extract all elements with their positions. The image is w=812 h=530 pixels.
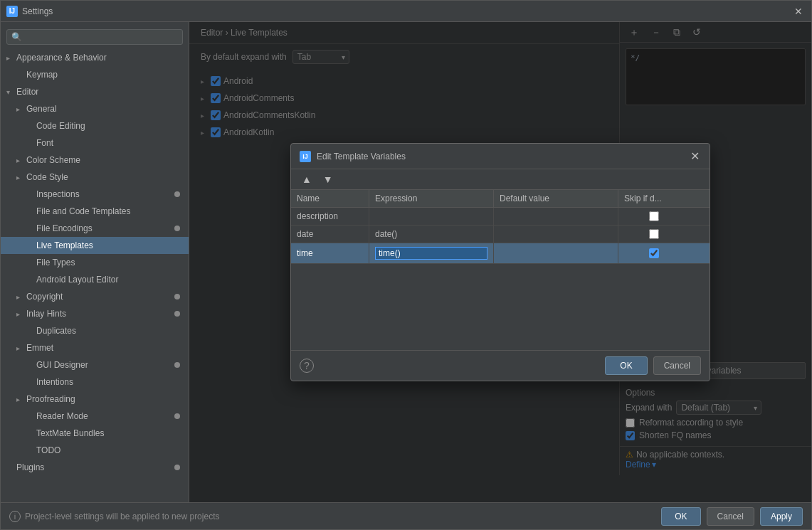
badge <box>172 223 183 234</box>
sidebar-item-android-layout-editor[interactable]: Android Layout Editor <box>1 271 189 288</box>
sidebar-item-label: Plugins <box>16 462 44 472</box>
sidebar-item-label: Live Templates <box>36 240 93 250</box>
arrow-icon: ▾ <box>6 88 16 96</box>
sidebar-item-file-types[interactable]: File Types <box>1 254 189 271</box>
col-name: Name <box>291 190 369 207</box>
sidebar-item-label: File and Code Templates <box>36 206 131 216</box>
arrow-icon: ▸ <box>16 310 26 318</box>
sidebar-item-label: Color Scheme <box>26 155 80 165</box>
main-panel: Editor › Live Templates Reset By default… <box>189 22 811 502</box>
expression-input[interactable] <box>375 247 487 260</box>
sidebar: 🔍 ▸ Appearance & Behavior Keymap ▾ Edito… <box>1 22 189 502</box>
sidebar-item-emmet[interactable]: ▸ Emmet <box>1 339 189 356</box>
cell-expression: date() <box>369 226 494 243</box>
close-button[interactable]: ✕ <box>791 6 806 17</box>
sidebar-item-file-code-templates[interactable]: File and Code Templates <box>1 203 189 220</box>
sidebar-item-gui-designer[interactable]: GUI Designer <box>1 356 189 373</box>
modal-toolbar: ▲ ▼ <box>291 169 710 190</box>
sidebar-item-duplicates[interactable]: Duplicates <box>1 322 189 339</box>
sidebar-item-appearance[interactable]: ▸ Appearance & Behavior <box>1 49 189 66</box>
help-button[interactable]: ? <box>300 359 314 373</box>
cell-expression <box>369 208 494 225</box>
modal-titlebar: IJ Edit Template Variables ✕ <box>291 144 710 169</box>
cell-skip <box>618 208 690 225</box>
ok-button[interactable]: OK <box>661 507 700 526</box>
modal-ok-button[interactable]: OK <box>605 356 647 375</box>
sidebar-item-reader-mode[interactable]: Reader Mode <box>1 408 189 425</box>
sidebar-item-keymap[interactable]: Keymap <box>1 66 189 83</box>
table-row[interactable]: description <box>291 208 710 226</box>
badge <box>172 189 183 200</box>
sidebar-item-code-style[interactable]: ▸ Code Style <box>1 169 189 186</box>
cell-skip <box>618 226 690 243</box>
skip-checkbox[interactable] <box>649 211 659 221</box>
table-body: description date date() <box>291 208 710 350</box>
sidebar-item-todo[interactable]: TODO <box>1 442 189 459</box>
sidebar-item-textmate-bundles[interactable]: TextMate Bundles <box>1 425 189 442</box>
sidebar-item-label: General <box>26 104 57 114</box>
arrow-icon: ▸ <box>16 344 26 352</box>
badge <box>172 462 183 473</box>
sidebar-item-live-templates[interactable]: Live Templates <box>1 237 189 254</box>
move-up-button[interactable]: ▲ <box>297 172 317 186</box>
sidebar-item-label: TODO <box>36 445 60 455</box>
sidebar-item-general[interactable]: ▸ General <box>1 100 189 117</box>
apply-button[interactable]: Apply <box>760 507 803 526</box>
sidebar-item-label: Code Style <box>26 172 68 182</box>
badge <box>172 291 183 302</box>
sidebar-item-label: Proofreading <box>26 394 75 404</box>
content-area: 🔍 ▸ Appearance & Behavior Keymap ▾ Edito… <box>1 22 811 502</box>
sidebar-item-label: File Types <box>36 258 75 267</box>
bottom-buttons: OK Cancel Apply <box>661 507 803 526</box>
sidebar-item-label: Intentions <box>36 377 73 387</box>
sidebar-item-label: Appearance & Behavior <box>16 53 107 63</box>
cell-default <box>494 243 618 263</box>
sidebar-item-code-editing[interactable]: Code Editing <box>1 117 189 134</box>
sidebar-item-copyright[interactable]: ▸ Copyright <box>1 288 189 305</box>
sidebar-item-inspections[interactable]: Inspections <box>1 186 189 203</box>
modal-cancel-button[interactable]: Cancel <box>653 356 701 375</box>
sidebar-item-label: Reader Mode <box>36 411 88 421</box>
bottom-bar: i Project-level settings will be applied… <box>1 502 811 529</box>
sidebar-item-file-encodings[interactable]: File Encodings <box>1 220 189 237</box>
search-icon: 🔍 <box>11 32 22 42</box>
sidebar-item-label: Inspections <box>36 189 80 199</box>
sidebar-item-label: Copyright <box>26 292 63 302</box>
table-header: Name Expression Default value Skip if d.… <box>291 190 710 208</box>
move-down-button[interactable]: ▼ <box>318 172 338 186</box>
table-row[interactable]: date date() <box>291 226 710 243</box>
sidebar-item-intentions[interactable]: Intentions <box>1 373 189 391</box>
info-icon[interactable]: i <box>9 511 21 522</box>
modal-footer: ? OK Cancel <box>291 350 710 381</box>
arrow-icon: ▸ <box>16 157 26 164</box>
skip-checkbox[interactable] <box>649 248 659 258</box>
modal-close-button[interactable]: ✕ <box>689 149 701 163</box>
modal-app-icon: IJ <box>300 151 311 162</box>
sidebar-item-label: Keymap <box>26 70 58 80</box>
sidebar-item-inlay-hints[interactable]: ▸ Inlay Hints <box>1 305 189 322</box>
table-row[interactable]: time <box>291 243 710 264</box>
sidebar-item-label: Emmet <box>26 343 53 353</box>
search-input[interactable] <box>25 32 178 42</box>
search-box[interactable]: 🔍 <box>6 29 183 45</box>
sidebar-item-color-scheme[interactable]: ▸ Color Scheme <box>1 152 189 169</box>
sidebar-item-proofreading[interactable]: ▸ Proofreading <box>1 391 189 408</box>
sidebar-item-label: Duplicates <box>36 326 76 336</box>
skip-checkbox[interactable] <box>649 229 659 239</box>
cell-skip <box>618 243 690 263</box>
window-title: Settings <box>22 6 53 16</box>
sidebar-item-editor[interactable]: ▾ Editor <box>1 83 189 100</box>
badge <box>172 410 183 422</box>
col-default-value: Default value <box>494 190 618 207</box>
arrow-icon: ▸ <box>16 174 26 181</box>
arrow-icon: ▸ <box>6 54 16 62</box>
cell-expression <box>369 243 494 263</box>
sidebar-item-plugins[interactable]: Plugins <box>1 459 189 476</box>
sidebar-item-font[interactable]: Font <box>1 134 189 152</box>
cell-name: description <box>291 208 369 225</box>
cancel-button[interactable]: Cancel <box>707 507 754 526</box>
arrow-icon: ▸ <box>16 396 26 403</box>
sidebar-item-label: Code Editing <box>36 121 85 131</box>
bottom-info: i Project-level settings will be applied… <box>9 511 655 522</box>
sidebar-item-label: Editor <box>16 87 38 97</box>
